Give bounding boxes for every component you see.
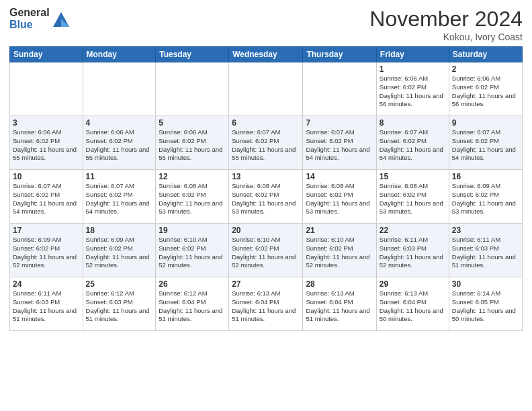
day-number: 4	[86, 118, 153, 128]
calendar-cell	[229, 62, 303, 116]
calendar-cell: 16Sunrise: 6:09 AM Sunset: 6:02 PM Dayli…	[449, 170, 522, 224]
day-info: Sunrise: 6:07 AM Sunset: 6:02 PM Dayligh…	[13, 182, 80, 216]
week-row-1: 1Sunrise: 6:06 AM Sunset: 6:02 PM Daylig…	[10, 62, 523, 116]
day-number: 24	[13, 279, 80, 289]
calendar-cell: 12Sunrise: 6:08 AM Sunset: 6:02 PM Dayli…	[156, 170, 229, 224]
day-number: 26	[159, 279, 226, 289]
day-info: Sunrise: 6:11 AM Sunset: 6:03 PM Dayligh…	[380, 236, 446, 270]
location: Kokou, Ivory Coast	[369, 32, 523, 42]
day-number: 5	[159, 118, 226, 128]
day-info: Sunrise: 6:12 AM Sunset: 6:03 PM Dayligh…	[86, 289, 153, 324]
calendar-cell: 26Sunrise: 6:12 AM Sunset: 6:04 PM Dayli…	[156, 277, 229, 331]
day-info: Sunrise: 6:08 AM Sunset: 6:02 PM Dayligh…	[159, 182, 226, 216]
day-number: 29	[380, 279, 446, 289]
calendar-cell: 27Sunrise: 6:13 AM Sunset: 6:04 PM Dayli…	[229, 277, 303, 331]
calendar-cell: 10Sunrise: 6:07 AM Sunset: 6:02 PM Dayli…	[10, 170, 83, 224]
day-info: Sunrise: 6:13 AM Sunset: 6:04 PM Dayligh…	[232, 289, 300, 324]
header-friday: Friday	[376, 47, 449, 62]
day-number: 18	[86, 226, 153, 235]
day-info: Sunrise: 6:07 AM Sunset: 6:02 PM Dayligh…	[380, 128, 446, 163]
day-info: Sunrise: 6:10 AM Sunset: 6:02 PM Dayligh…	[232, 236, 300, 270]
week-row-2: 3Sunrise: 6:06 AM Sunset: 6:02 PM Daylig…	[10, 116, 523, 170]
day-info: Sunrise: 6:12 AM Sunset: 6:04 PM Dayligh…	[159, 289, 226, 324]
logo-general: General	[9, 7, 50, 19]
week-row-3: 10Sunrise: 6:07 AM Sunset: 6:02 PM Dayli…	[10, 170, 523, 224]
day-info: Sunrise: 6:09 AM Sunset: 6:02 PM Dayligh…	[452, 182, 519, 216]
calendar-cell: 28Sunrise: 6:13 AM Sunset: 6:04 PM Dayli…	[303, 277, 376, 331]
calendar-cell: 14Sunrise: 6:08 AM Sunset: 6:02 PM Dayli…	[303, 170, 376, 224]
day-number: 10	[13, 172, 80, 181]
day-number: 28	[306, 279, 373, 289]
calendar-cell: 15Sunrise: 6:08 AM Sunset: 6:02 PM Dayli…	[376, 170, 449, 224]
day-number: 7	[306, 118, 373, 128]
calendar-cell: 3Sunrise: 6:06 AM Sunset: 6:02 PM Daylig…	[10, 116, 83, 170]
week-row-5: 24Sunrise: 6:11 AM Sunset: 6:03 PM Dayli…	[10, 277, 523, 331]
calendar-cell: 30Sunrise: 6:14 AM Sunset: 6:05 PM Dayli…	[449, 277, 522, 331]
day-info: Sunrise: 6:08 AM Sunset: 6:02 PM Dayligh…	[232, 182, 300, 216]
day-number: 30	[452, 279, 519, 289]
day-number: 1	[380, 64, 446, 74]
day-info: Sunrise: 6:11 AM Sunset: 6:03 PM Dayligh…	[452, 236, 519, 270]
calendar-cell: 2Sunrise: 6:06 AM Sunset: 6:02 PM Daylig…	[449, 62, 522, 116]
day-number: 25	[86, 279, 153, 289]
day-info: Sunrise: 6:08 AM Sunset: 6:02 PM Dayligh…	[380, 182, 446, 216]
day-number: 14	[306, 172, 373, 181]
page: General Blue November 2024 Kokou, Ivory …	[0, 0, 532, 411]
day-info: Sunrise: 6:06 AM Sunset: 6:02 PM Dayligh…	[452, 75, 519, 109]
day-number: 20	[232, 226, 300, 235]
calendar: Sunday Monday Tuesday Wednesday Thursday…	[9, 46, 523, 331]
day-number: 8	[380, 118, 446, 128]
day-number: 19	[159, 226, 226, 235]
header-thursday: Thursday	[303, 47, 376, 62]
calendar-cell: 7Sunrise: 6:07 AM Sunset: 6:02 PM Daylig…	[303, 116, 376, 170]
day-info: Sunrise: 6:14 AM Sunset: 6:05 PM Dayligh…	[452, 289, 519, 324]
day-info: Sunrise: 6:09 AM Sunset: 6:02 PM Dayligh…	[13, 236, 80, 270]
day-info: Sunrise: 6:07 AM Sunset: 6:02 PM Dayligh…	[86, 182, 153, 216]
day-number: 13	[232, 172, 300, 181]
day-info: Sunrise: 6:06 AM Sunset: 6:02 PM Dayligh…	[159, 128, 226, 163]
day-number: 6	[232, 118, 300, 128]
day-info: Sunrise: 6:10 AM Sunset: 6:02 PM Dayligh…	[306, 236, 373, 270]
day-number: 11	[86, 172, 153, 181]
day-number: 23	[452, 226, 519, 235]
calendar-cell: 13Sunrise: 6:08 AM Sunset: 6:02 PM Dayli…	[229, 170, 303, 224]
calendar-cell: 9Sunrise: 6:07 AM Sunset: 6:02 PM Daylig…	[449, 116, 522, 170]
calendar-cell	[156, 62, 229, 116]
weekday-header-row: Sunday Monday Tuesday Wednesday Thursday…	[10, 47, 523, 62]
calendar-cell: 17Sunrise: 6:09 AM Sunset: 6:02 PM Dayli…	[10, 224, 83, 277]
header-monday: Monday	[83, 47, 156, 62]
calendar-cell: 19Sunrise: 6:10 AM Sunset: 6:02 PM Dayli…	[156, 224, 229, 277]
week-row-4: 17Sunrise: 6:09 AM Sunset: 6:02 PM Dayli…	[10, 224, 523, 277]
day-info: Sunrise: 6:10 AM Sunset: 6:02 PM Dayligh…	[159, 236, 226, 270]
day-info: Sunrise: 6:13 AM Sunset: 6:04 PM Dayligh…	[306, 289, 373, 324]
calendar-cell	[10, 62, 83, 116]
day-number: 21	[306, 226, 373, 235]
day-number: 3	[13, 118, 80, 128]
logo-icon	[52, 9, 71, 28]
calendar-cell: 25Sunrise: 6:12 AM Sunset: 6:03 PM Dayli…	[83, 277, 156, 331]
day-info: Sunrise: 6:07 AM Sunset: 6:02 PM Dayligh…	[306, 128, 373, 163]
day-number: 15	[380, 172, 446, 181]
calendar-cell: 8Sunrise: 6:07 AM Sunset: 6:02 PM Daylig…	[376, 116, 449, 170]
day-info: Sunrise: 6:07 AM Sunset: 6:02 PM Dayligh…	[452, 128, 519, 163]
day-number: 2	[452, 64, 519, 74]
day-number: 9	[452, 118, 519, 128]
calendar-cell: 5Sunrise: 6:06 AM Sunset: 6:02 PM Daylig…	[156, 116, 229, 170]
day-number: 12	[159, 172, 226, 181]
calendar-cell: 22Sunrise: 6:11 AM Sunset: 6:03 PM Dayli…	[376, 224, 449, 277]
day-number: 27	[232, 279, 300, 289]
day-number: 22	[380, 226, 446, 235]
calendar-cell: 23Sunrise: 6:11 AM Sunset: 6:03 PM Dayli…	[449, 224, 522, 277]
calendar-cell: 18Sunrise: 6:09 AM Sunset: 6:02 PM Dayli…	[83, 224, 156, 277]
logo-blue: Blue	[9, 19, 50, 31]
header-saturday: Saturday	[449, 47, 522, 62]
day-info: Sunrise: 6:08 AM Sunset: 6:02 PM Dayligh…	[306, 182, 373, 216]
header: General Blue November 2024 Kokou, Ivory …	[9, 7, 523, 42]
calendar-cell: 21Sunrise: 6:10 AM Sunset: 6:02 PM Dayli…	[303, 224, 376, 277]
header-sunday: Sunday	[10, 47, 83, 62]
day-number: 16	[452, 172, 519, 181]
calendar-cell	[303, 62, 376, 116]
day-number: 17	[13, 226, 80, 235]
day-info: Sunrise: 6:06 AM Sunset: 6:02 PM Dayligh…	[380, 75, 446, 109]
logo: General Blue	[9, 7, 71, 30]
